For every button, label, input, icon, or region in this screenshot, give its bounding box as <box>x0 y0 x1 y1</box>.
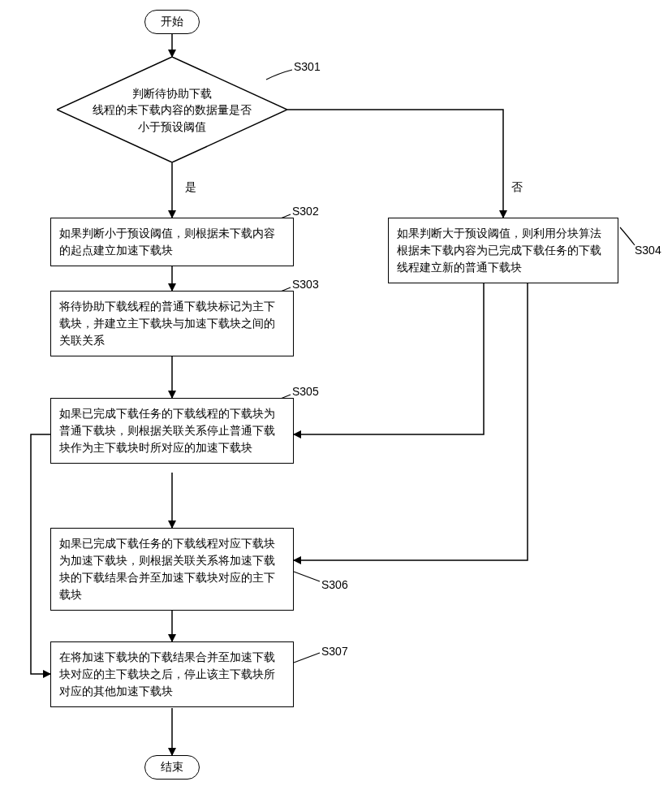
start-terminator: 开始 <box>144 10 200 34</box>
stepid-s301: S301 <box>294 60 321 73</box>
s301-text-3: 小于预设阈值 <box>91 118 253 134</box>
process-s307: 在将加速下载块的下载结果合并至加速下载块对应的主下载块之后，停止该主下载块所对应… <box>50 641 294 707</box>
label-no: 否 <box>511 180 523 195</box>
decision-s301: 判断待协助下载 线程的未下载内容的数据量是否 小于预设阈值 <box>57 57 287 162</box>
start-label: 开始 <box>161 15 183 29</box>
s307-text: 在将加速下载块的下载结果合并至加速下载块对应的主下载块之后，停止该主下载块所对应… <box>59 650 275 698</box>
stepid-s306: S306 <box>321 578 348 591</box>
stepid-s305: S305 <box>292 385 319 398</box>
s306-text: 如果已完成下载任务的下载线程对应下载块为加速下载块，则根据关联关系将加速下载块的… <box>59 537 275 601</box>
stepid-s303: S303 <box>292 278 319 291</box>
s305-text: 如果已完成下载任务的下载线程的下载块为普通下载块，则根据关联关系停止普通下载块作… <box>59 407 275 454</box>
end-terminator: 结束 <box>144 755 200 780</box>
process-s304: 如果判断大于预设阈值，则利用分块算法根据未下载内容为已完成下载任务的下载线程建立… <box>388 218 618 283</box>
stepid-s304: S304 <box>635 244 661 257</box>
s301-text-1: 判断待协助下载 <box>91 85 253 102</box>
s304-text: 如果判断大于预设阈值，则利用分块算法根据未下载内容为已完成下载任务的下载线程建立… <box>397 227 601 274</box>
s302-text: 如果判断小于预设阈值，则根据未下载内容的起点建立加速下载块 <box>59 227 275 257</box>
process-s306: 如果已完成下载任务的下载线程对应下载块为加速下载块，则根据关联关系将加速下载块的… <box>50 528 294 611</box>
end-label: 结束 <box>161 760 183 775</box>
process-s302: 如果判断小于预设阈值，则根据未下载内容的起点建立加速下载块 <box>50 218 294 266</box>
s303-text: 将待协助下载线程的普通下载块标记为主下载块，并建立主下载块与加速下载块之间的关联… <box>59 300 275 347</box>
process-s303: 将待协助下载线程的普通下载块标记为主下载块，并建立主下载块与加速下载块之间的关联… <box>50 291 294 356</box>
stepid-s307: S307 <box>321 645 348 658</box>
s301-text-2: 线程的未下载内容的数据量是否 <box>91 102 253 118</box>
stepid-s302: S302 <box>292 205 319 218</box>
process-s305: 如果已完成下载任务的下载线程的下载块为普通下载块，则根据关联关系停止普通下载块作… <box>50 398 294 464</box>
label-yes: 是 <box>185 180 196 195</box>
